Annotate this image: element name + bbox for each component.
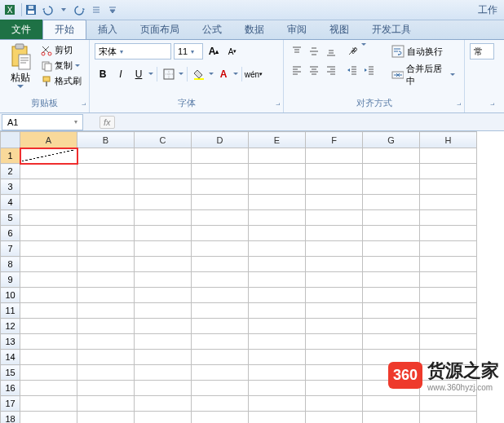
row-header-3[interactable]: 3 — [1, 179, 20, 195]
cell-B2[interactable] — [77, 164, 135, 179]
row-header-18[interactable]: 18 — [1, 412, 20, 424]
cell-C17[interactable] — [135, 396, 192, 412]
cell-A4[interactable] — [20, 195, 77, 210]
cell-F2[interactable] — [306, 164, 363, 179]
cell-A13[interactable] — [20, 334, 77, 350]
save-button[interactable] — [24, 2, 38, 17]
cell-H7[interactable] — [420, 241, 477, 257]
cell-D9[interactable] — [192, 272, 249, 288]
cell-H18[interactable] — [420, 412, 477, 424]
cell-E7[interactable] — [249, 241, 306, 257]
cell-C8[interactable] — [135, 257, 192, 272]
cell-A3[interactable] — [20, 179, 77, 195]
row-header-11[interactable]: 11 — [1, 303, 20, 319]
col-header-C[interactable]: C — [135, 132, 192, 148]
fx-icon[interactable]: fx — [99, 116, 115, 129]
cell-F11[interactable] — [306, 303, 363, 319]
underline-button[interactable]: U — [130, 66, 147, 82]
cell-E17[interactable] — [249, 396, 306, 412]
cell-G18[interactable] — [363, 412, 420, 424]
row-header-2[interactable]: 2 — [1, 164, 20, 179]
cell-C10[interactable] — [135, 288, 192, 303]
cell-A7[interactable] — [20, 241, 77, 257]
col-header-D[interactable]: D — [192, 132, 249, 148]
cell-D4[interactable] — [192, 195, 249, 210]
cell-C5[interactable] — [135, 210, 192, 226]
chevron-down-icon[interactable] — [148, 73, 153, 76]
cell-E10[interactable] — [249, 288, 306, 303]
chevron-down-icon[interactable] — [233, 73, 238, 76]
cell-H2[interactable] — [420, 164, 477, 179]
cell-G9[interactable] — [363, 272, 420, 288]
phonetic-button[interactable]: wén▾ — [245, 66, 262, 82]
cell-D6[interactable] — [192, 226, 249, 241]
bold-button[interactable]: B — [95, 66, 111, 82]
cell-A6[interactable] — [20, 226, 77, 241]
align-center-button[interactable] — [306, 62, 322, 78]
merge-center-button[interactable]: 合并后居中 — [387, 61, 459, 89]
copy-button[interactable]: 复制 — [39, 59, 83, 73]
cell-C2[interactable] — [135, 164, 192, 179]
cell-C11[interactable] — [135, 303, 192, 319]
align-bottom-button[interactable] — [323, 43, 339, 59]
cell-B14[interactable] — [77, 350, 135, 365]
cell-A9[interactable] — [20, 272, 77, 288]
cell-G1[interactable] — [363, 148, 420, 164]
cell-F7[interactable] — [306, 241, 363, 257]
formula-input[interactable] — [115, 114, 504, 130]
cell-F4[interactable] — [306, 195, 363, 210]
row-header-4[interactable]: 4 — [1, 195, 20, 210]
cell-C18[interactable] — [135, 412, 192, 424]
font-color-button[interactable]: A — [215, 66, 232, 82]
cell-C1[interactable] — [135, 148, 192, 164]
cell-D11[interactable] — [192, 303, 249, 319]
redo-button[interactable] — [73, 2, 87, 17]
cell-A16[interactable] — [20, 381, 77, 396]
increase-indent-button[interactable] — [361, 62, 378, 78]
cell-F8[interactable] — [306, 257, 363, 272]
cell-F5[interactable] — [306, 210, 363, 226]
cell-C16[interactable] — [135, 381, 192, 396]
cell-E5[interactable] — [249, 210, 306, 226]
tab-data[interactable]: 数据 — [233, 20, 276, 39]
select-all-corner[interactable] — [1, 132, 20, 148]
cell-B4[interactable] — [77, 195, 135, 210]
cell-H12[interactable] — [420, 319, 477, 334]
cell-G3[interactable] — [363, 179, 420, 195]
cell-G15[interactable] — [363, 365, 420, 381]
cell-H13[interactable] — [420, 334, 477, 350]
align-top-button[interactable] — [289, 43, 305, 59]
cell-E11[interactable] — [249, 303, 306, 319]
cell-C3[interactable] — [135, 179, 192, 195]
cell-H11[interactable] — [420, 303, 477, 319]
cell-H15[interactable] — [420, 365, 477, 381]
decrease-indent-button[interactable] — [344, 62, 360, 78]
cell-E6[interactable] — [249, 226, 306, 241]
cell-A14[interactable] — [20, 350, 77, 365]
row-header-6[interactable]: 6 — [1, 226, 20, 241]
cell-H4[interactable] — [420, 195, 477, 210]
cell-D15[interactable] — [192, 365, 249, 381]
cell-D17[interactable] — [192, 396, 249, 412]
row-header-1[interactable]: 1 — [1, 148, 20, 164]
cell-E9[interactable] — [249, 272, 306, 288]
cell-A2[interactable] — [20, 164, 77, 179]
row-header-8[interactable]: 8 — [1, 257, 20, 272]
cell-B12[interactable] — [77, 319, 135, 334]
chevron-down-icon[interactable] — [361, 43, 366, 46]
cell-A5[interactable] — [20, 210, 77, 226]
cell-F9[interactable] — [306, 272, 363, 288]
cell-E14[interactable] — [249, 350, 306, 365]
tab-review[interactable]: 审阅 — [276, 20, 318, 39]
cell-F1[interactable] — [306, 148, 363, 164]
cell-D3[interactable] — [192, 179, 249, 195]
paste-button[interactable]: 粘贴 — [5, 43, 36, 89]
cell-C7[interactable] — [135, 241, 192, 257]
cell-E12[interactable] — [249, 319, 306, 334]
cell-E1[interactable] — [249, 148, 306, 164]
cell-C6[interactable] — [135, 226, 192, 241]
grow-font-button[interactable]: A▴ — [206, 43, 222, 59]
cell-H14[interactable] — [420, 350, 477, 365]
cell-G4[interactable] — [363, 195, 420, 210]
cell-A10[interactable] — [20, 288, 77, 303]
